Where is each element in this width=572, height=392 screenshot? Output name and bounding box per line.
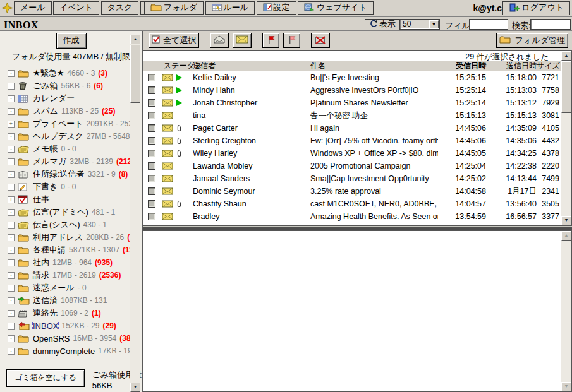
folder-name[interactable]: 下書き <box>33 181 58 193</box>
message-subject[interactable]: Windows XP + Office XP -> $80. diminis.. <box>308 149 438 158</box>
list-scrollbar[interactable]: ▲ ▼ <box>561 51 571 225</box>
scroll-up-icon[interactable]: ▲ <box>561 231 571 241</box>
column-received[interactable]: 受信日時 <box>438 61 486 71</box>
folder-name[interactable]: 伝言(アドミヘ) <box>33 206 88 218</box>
message-sender[interactable]: Wiley Harley <box>190 149 308 158</box>
scroll-up-icon[interactable]: ▲ <box>130 35 140 44</box>
folder-name[interactable]: 住所録:送信者 <box>33 169 85 180</box>
compose-button[interactable]: 作成 <box>56 33 87 49</box>
column-sent[interactable]: 送信日時 <box>486 61 537 71</box>
folder-item[interactable]: · ★緊急★ 4660 - 3 (3) <box>0 67 130 80</box>
message-subject[interactable]: Hi again <box>308 124 438 133</box>
search-input[interactable] <box>530 19 571 30</box>
message-subject[interactable]: Fw: [Orr] 75% off Vicodin. foamy ortha.. <box>308 136 438 145</box>
column-sender[interactable]: 送信者 <box>190 61 308 71</box>
tree-expand-icon[interactable]: · <box>8 310 15 317</box>
message-row[interactable]: Mindy Hahn Aggressive InvestOrs P0rtf0|i… <box>143 84 562 97</box>
folder-item[interactable]: · 下書き 0 - 0 <box>0 181 130 193</box>
message-subject[interactable]: 2005 Promotional Campaign <box>308 162 438 170</box>
folder-name[interactable]: 連絡先 <box>33 307 58 319</box>
folder-name[interactable]: 仕事 <box>33 194 49 205</box>
folder-manage-button[interactable]: フォルダ管理 <box>496 33 568 48</box>
folder-name[interactable]: 請求 <box>33 270 49 281</box>
chevron-down-icon[interactable]: ▼ <box>429 20 439 28</box>
sidebar-scrollbar[interactable]: ▲ ▼ <box>130 35 140 392</box>
delete-button[interactable] <box>311 33 330 48</box>
message-subject[interactable]: 3.25% rate approval <box>308 187 438 196</box>
website-button[interactable]: ウェブサイト <box>298 1 374 15</box>
pane-splitter[interactable] <box>143 226 572 230</box>
scroll-down-icon[interactable]: ▼ <box>130 383 140 392</box>
empty-trash-button[interactable]: ゴミ箱を空にする <box>6 369 85 387</box>
message-sender[interactable]: Bradley <box>190 212 308 221</box>
folder-name[interactable]: 伝言(シスヘ) <box>33 219 80 230</box>
tree-expand-icon[interactable]: · <box>8 247 15 254</box>
message-subject[interactable]: Sma||Cap Investment Opp0rtunity <box>308 174 438 183</box>
tree-expand-icon[interactable]: · <box>8 184 15 191</box>
message-row[interactable]: tina 告一个秘密 助企 15:15:13 15:15:13 3081 <box>143 109 562 122</box>
column-size[interactable]: サイズ <box>537 61 562 71</box>
message-sender[interactable]: Mindy Hahn <box>190 86 308 95</box>
folder-name[interactable]: ごみ箱 <box>33 80 58 92</box>
column-subject[interactable]: 件名 <box>308 61 438 71</box>
tree-expand-icon[interactable]: · <box>8 158 15 165</box>
message-row[interactable]: Jonah Christopher P|atinum Shares Newsle… <box>143 97 562 109</box>
message-checkbox[interactable] <box>148 213 155 220</box>
message-sender[interactable]: Sterling Creighton <box>190 136 308 145</box>
message-row[interactable]: Jamaal Sanders Sma||Cap Investment Opp0r… <box>143 172 562 185</box>
message-sender[interactable]: Dominic Seymour <box>190 187 308 196</box>
tree-expand-icon[interactable]: · <box>8 108 15 115</box>
folder-item[interactable]: · 迷惑メール - 0 <box>0 282 130 294</box>
message-subject[interactable]: 告一个秘密 助企 <box>308 110 438 121</box>
folders-button[interactable]: フォルダ <box>144 1 204 15</box>
folder-item[interactable]: · 請求 17MB - 2619 (2536) <box>0 269 130 282</box>
message-row[interactable]: Sterling Creighton Fw: [Orr] 75% off Vic… <box>143 134 562 147</box>
message-checkbox[interactable] <box>148 175 155 182</box>
tree-expand-icon[interactable]: · <box>8 222 15 229</box>
tree-expand-icon[interactable]: · <box>8 259 15 266</box>
message-checkbox[interactable] <box>148 112 155 119</box>
folder-item[interactable]: + 仕事 <box>0 193 130 206</box>
folder-name[interactable]: プライベート <box>33 118 83 129</box>
message-checkbox[interactable] <box>148 162 155 170</box>
message-checkbox[interactable] <box>148 99 155 107</box>
message-row[interactable]: M <box>143 223 562 224</box>
folder-item[interactable]: · ごみ箱 56KB - 6 (6) <box>0 80 130 92</box>
message-checkbox[interactable] <box>148 150 155 157</box>
mark-read-button[interactable] <box>210 33 229 48</box>
tree-expand-icon[interactable]: · <box>8 348 15 355</box>
message-checkbox[interactable] <box>148 137 155 145</box>
message-checkbox[interactable] <box>148 200 155 208</box>
nav-task-button[interactable]: タスク <box>101 1 139 15</box>
folder-item[interactable]: · 伝言(アドミヘ) 481 - 1 <box>0 206 130 218</box>
column-status[interactable]: ステータス <box>160 61 190 71</box>
message-subject[interactable]: Aggressive InvestOrs P0rtf0|iO <box>308 86 438 95</box>
tree-expand-icon[interactable]: · <box>8 146 15 153</box>
page-size-select[interactable]: 50▼ <box>399 19 440 30</box>
message-row[interactable]: Lawanda Mobley 2005 Promotional Campaign… <box>143 160 562 172</box>
folder-name[interactable]: 社内 <box>33 257 49 268</box>
tree-expand-icon[interactable]: · <box>8 335 15 342</box>
scroll-down-icon[interactable]: ▼ <box>561 382 571 391</box>
folder-name[interactable]: ★緊急★ <box>33 68 64 79</box>
message-subject[interactable]: P|atinum Shares Newsletter <box>308 98 438 107</box>
tree-expand-icon[interactable]: · <box>8 297 15 304</box>
display-button[interactable]: 表示 <box>365 19 400 30</box>
tree-expand-icon[interactable]: · <box>8 209 15 216</box>
tree-expand-icon[interactable]: · <box>8 323 15 330</box>
tree-expand-icon[interactable]: · <box>8 83 15 90</box>
tree-expand-icon[interactable]: · <box>8 285 15 292</box>
folder-name[interactable]: 送信済 <box>33 295 58 306</box>
message-row[interactable]: Kellie Dailey Bu||'s Eye Investing 15:25… <box>143 71 562 84</box>
message-sender[interactable]: Lawanda Mobley <box>190 162 308 170</box>
folder-name[interactable]: メルマガ <box>33 156 66 167</box>
folder-item[interactable]: · 利用アドレス 208KB - 26 (26) <box>0 231 130 244</box>
folder-item[interactable]: · メルマガ 32MB - 2139 (2122) <box>0 155 130 168</box>
message-checkbox[interactable] <box>148 86 155 94</box>
message-row[interactable]: Wiley Harley Windows XP + Office XP -> $… <box>143 147 562 160</box>
tree-expand-icon[interactable]: · <box>8 234 15 241</box>
message-sender[interactable]: tina <box>190 111 308 120</box>
folder-item[interactable]: · OpenSRS 16MB - 3954 (3888) <box>0 332 130 345</box>
folder-item[interactable]: · ヘルプデスク 27MB - 5648 (5233 <box>0 130 130 143</box>
message-subject[interactable]: Amazing Health Benefits. As Seen on Op..… <box>308 212 438 221</box>
